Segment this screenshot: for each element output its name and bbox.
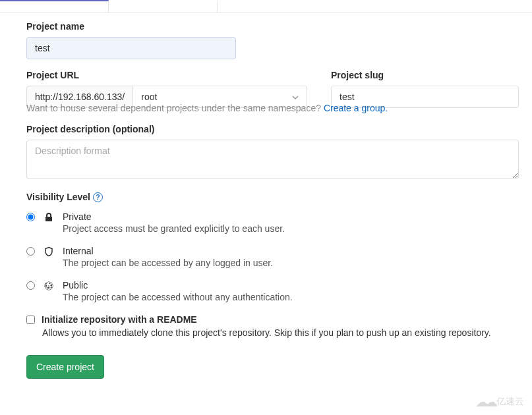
tab-bar bbox=[0, 0, 532, 13]
init-readme-label: Initialize repository with a README bbox=[42, 314, 197, 325]
init-readme-row[interactable]: Initialize repository with a README bbox=[26, 314, 519, 325]
option-desc: Project access must be granted explicitl… bbox=[63, 223, 519, 234]
namespace-value: root bbox=[141, 92, 157, 102]
create-project-button[interactable]: Create project bbox=[26, 355, 104, 379]
description-label: Project description (optional) bbox=[26, 124, 519, 134]
option-desc: The project can be accessed without any … bbox=[63, 292, 519, 302]
radio-private[interactable] bbox=[26, 213, 35, 221]
globe-icon bbox=[43, 281, 55, 291]
option-title: Internal bbox=[63, 246, 519, 256]
new-project-form: Project name Project URL http://192.168.… bbox=[0, 21, 532, 379]
tab-active[interactable] bbox=[0, 0, 109, 13]
init-readme-checkbox[interactable] bbox=[26, 316, 35, 324]
description-input[interactable] bbox=[26, 140, 519, 179]
visibility-label: Visibility Level ? bbox=[26, 192, 103, 202]
project-slug-label: Project slug bbox=[331, 70, 519, 80]
tab-other[interactable] bbox=[109, 0, 218, 13]
visibility-option-internal[interactable]: Internal The project can be accessed by … bbox=[26, 246, 519, 268]
option-title: Public bbox=[63, 280, 519, 290]
project-name-label: Project name bbox=[26, 21, 519, 32]
option-desc: The project can be accessed by any logge… bbox=[63, 258, 519, 268]
visibility-option-public[interactable]: Public The project can be accessed witho… bbox=[26, 280, 519, 302]
chevron-down-icon bbox=[292, 92, 299, 101]
option-title: Private bbox=[63, 211, 519, 222]
radio-public[interactable] bbox=[26, 281, 35, 290]
shield-icon bbox=[43, 246, 55, 257]
lock-icon bbox=[43, 212, 55, 223]
radio-internal[interactable] bbox=[26, 247, 35, 256]
create-group-link[interactable]: Create a group. bbox=[324, 103, 388, 113]
help-icon[interactable]: ? bbox=[93, 192, 103, 202]
init-readme-desc: Allows you to immediately clone this pro… bbox=[42, 327, 519, 338]
project-url-label: Project URL bbox=[26, 70, 307, 80]
project-name-input[interactable] bbox=[26, 37, 236, 59]
visibility-option-private[interactable]: Private Project access must be granted e… bbox=[26, 211, 519, 234]
